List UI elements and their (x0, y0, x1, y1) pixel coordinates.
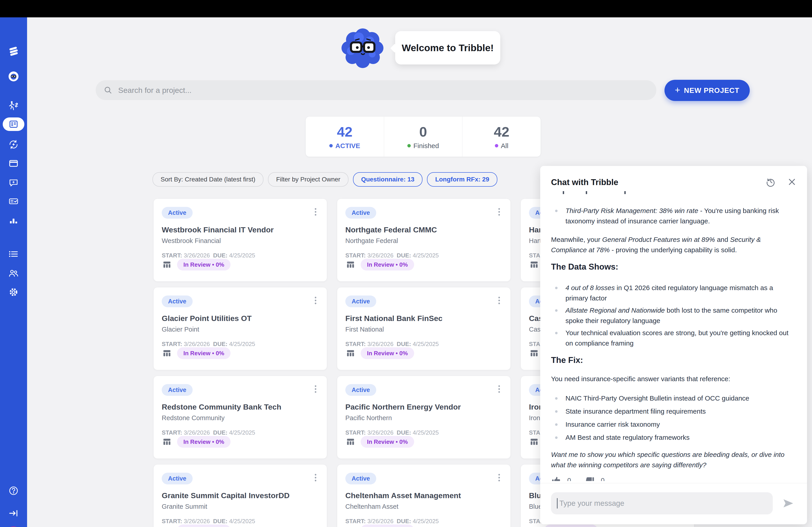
sidebar-item-mascot-avatar[interactable] (0, 67, 27, 86)
project-subtitle: Cheltenham Asset (345, 503, 398, 510)
review-progress-badge: In Review • 0% (544, 525, 598, 527)
sidebar-item-chat-spark[interactable] (0, 174, 27, 192)
project-card[interactable]: ActiveRedstone Community Bank TechRedsto… (154, 376, 327, 459)
sidebar-item-list-menu[interactable] (0, 245, 27, 263)
clipped-scroll-text (551, 191, 797, 194)
text-caret (557, 498, 557, 509)
stat-all[interactable]: 42All (462, 117, 541, 157)
review-progress-badge: In Review • 0% (177, 436, 231, 448)
table-icon (345, 437, 356, 447)
status-badge: Active (345, 473, 376, 484)
status-badge: Active (162, 296, 193, 307)
kebab-menu-icon[interactable] (494, 383, 505, 396)
filter-chip[interactable]: Sort By: Created Date (latest first) (153, 172, 263, 187)
table-icon (345, 348, 356, 358)
project-title: Pacific Northern Energy Vendor (345, 403, 461, 411)
sidebar-item-help[interactable] (0, 482, 27, 500)
project-card[interactable]: ActiveCheltenham Asset ManagementChelten… (337, 464, 511, 527)
kebab-menu-icon[interactable] (310, 295, 321, 308)
new-project-label: NEW PROJECT (684, 86, 739, 95)
project-dates: START: 3/26/2026 DUE: 4/25/2025 (162, 429, 255, 436)
project-title: Westbrook Financial IT Vendor (162, 225, 274, 234)
sidebar-item-checklist[interactable] (0, 192, 27, 210)
sidebar-item-exit[interactable] (0, 504, 27, 522)
project-card[interactable]: ActiveGlacier Point Utilities OTGlacier … (154, 287, 327, 370)
sidebar-item-tray[interactable] (0, 154, 27, 172)
chat-input[interactable] (551, 492, 773, 514)
table-icon (345, 259, 356, 270)
projects-icon (8, 119, 19, 130)
welcome-bubble: Welcome to Tribble! (395, 31, 500, 64)
kebab-menu-icon[interactable] (494, 207, 505, 219)
top-bar (0, 0, 812, 17)
kebab-menu-icon[interactable] (494, 472, 505, 485)
chat-message-input[interactable] (559, 499, 767, 508)
thumbs-down-icon[interactable] (585, 475, 595, 481)
status-badge: Active (345, 384, 376, 396)
project-title: First National Bank FinSec (345, 314, 443, 323)
table-icon (529, 259, 539, 270)
chat-bullet: 4 out of 8 losses in Q1 2026 cited regul… (551, 283, 797, 303)
project-stats-card: 42ACTIVE0Finished42All (305, 116, 541, 157)
stat-active[interactable]: 42ACTIVE (306, 117, 384, 157)
project-dates: START: 3/26/2026 DUE: 4/25/2025 (345, 429, 439, 436)
sidebar-item-tribble-logo[interactable] (0, 42, 27, 60)
review-progress-badge: In Review • 0% (361, 259, 414, 270)
stat-finished[interactable]: 0Finished (384, 117, 462, 157)
project-card[interactable]: ActiveFirst National Bank FinSecFirst Na… (337, 287, 511, 370)
status-badge: Active (162, 473, 193, 484)
project-card[interactable]: ActiveWestbrook Financial IT VendorWestb… (154, 199, 327, 282)
send-icon[interactable] (782, 497, 794, 509)
filter-chip[interactable]: Questionnaire: 13 (353, 172, 423, 187)
table-icon (162, 525, 172, 527)
project-card[interactable]: ActiveGranite Summit Capital InvestorDDG… (154, 464, 327, 527)
filter-chip[interactable]: Filter by Project Owner (268, 172, 348, 187)
project-dates: START: 3/26/2026 DUE: 4/25/2025 (162, 518, 255, 525)
review-progress-badge: In Review • 0% (361, 347, 414, 359)
filter-bar: Sort By: Created Date (latest first)Filt… (153, 172, 497, 187)
search-input[interactable] (118, 86, 649, 95)
project-dates: START: 3/26/2026 DUE: 4/25/2025 (162, 341, 255, 348)
kebab-menu-icon[interactable] (494, 295, 505, 308)
stat-label: ACTIVE (329, 142, 360, 150)
chat-bullet: Third-Party Risk Management: 38% win rat… (551, 206, 797, 226)
sidebar-item-gear[interactable] (0, 283, 27, 301)
thumbs-up-icon[interactable] (551, 475, 562, 481)
bar-chart-icon (8, 215, 19, 226)
status-dot (495, 144, 498, 147)
history-icon[interactable] (766, 177, 776, 187)
project-title: Redstone Community Bank Tech (162, 403, 281, 411)
chat-bullet: State insurance department filing requir… (551, 406, 797, 417)
kebab-menu-icon[interactable] (310, 383, 321, 396)
sidebar: TK (0, 17, 27, 527)
kebab-menu-icon[interactable] (310, 207, 321, 219)
status-badge: Active (162, 384, 193, 396)
project-card[interactable]: ActiveNorthgate Federal CMMCNorthgate Fe… (337, 199, 511, 282)
kebab-menu-icon[interactable] (310, 472, 321, 485)
filter-chip[interactable]: Longform RFx: 29 (427, 172, 497, 187)
sidebar-item-projects-active[interactable] (3, 118, 24, 131)
project-card[interactable]: ActivePacific Northern Energy VendorPaci… (337, 376, 511, 459)
close-icon[interactable] (787, 177, 797, 187)
new-project-button[interactable]: + NEW PROJECT (665, 80, 750, 101)
chat-bullet-list: 4 out of 8 losses in Q1 2026 cited regul… (551, 283, 797, 348)
review-progress-badge: In Review • 0% (177, 259, 231, 270)
chat-bullet-list: NAIC Third-Party Oversight Bulletin inst… (551, 393, 797, 443)
chat-title: Chat with Tribble (551, 178, 618, 187)
sidebar-item-sync[interactable] (0, 135, 27, 153)
project-subtitle: Northgate Federal (345, 237, 398, 244)
sidebar-item-walking-person[interactable] (0, 97, 27, 115)
project-dates: START: 3/26/2026 DUE: 4/25/2025 (162, 252, 255, 259)
mascot-avatar (8, 71, 19, 82)
project-title: Northgate Federal CMMC (345, 225, 437, 234)
project-search[interactable] (96, 80, 656, 100)
stat-label: Finished (407, 142, 439, 150)
chat-paragraph: You need insurance-specific answer varia… (551, 374, 797, 384)
table-icon (529, 348, 539, 358)
review-progress-badge: In Review • 0% (177, 525, 231, 527)
project-subtitle: Redstone Community (162, 414, 224, 422)
sidebar-item-people[interactable] (0, 264, 27, 282)
sidebar-item-bar-chart[interactable] (0, 212, 27, 230)
chat-message[interactable]: Third-Party Risk Management: 38% win rat… (551, 189, 797, 481)
gear-icon (8, 287, 19, 298)
